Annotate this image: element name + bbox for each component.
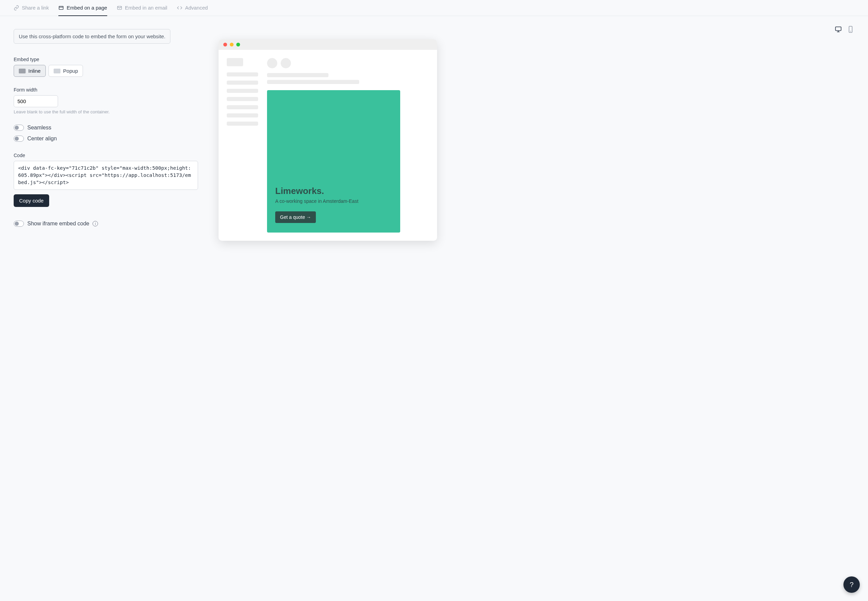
tab-label: Embed in an email <box>125 5 167 11</box>
preview-browser: Limeworks. A co-working space in Amsterd… <box>218 39 437 241</box>
form-width-hint: Leave blank to use the full width of the… <box>14 109 198 114</box>
skeleton <box>267 73 328 77</box>
seg-label: Popup <box>63 68 78 74</box>
seg-label: Inline <box>28 68 41 74</box>
skeleton <box>227 113 258 117</box>
tab-bar: Share a link Embed on a page Embed in an… <box>0 0 868 16</box>
mobile-icon <box>847 26 854 33</box>
preview-titlebar <box>218 39 437 50</box>
code-label: Code <box>14 153 198 158</box>
svg-rect-3 <box>836 27 841 31</box>
preview-cta-button[interactable]: Get a quote → <box>275 211 316 223</box>
center-align-label: Center align <box>27 136 57 142</box>
seamless-label: Seamless <box>27 125 51 131</box>
embed-type-label: Embed type <box>14 57 198 62</box>
skeleton <box>227 97 258 101</box>
window-minimize-dot <box>230 43 233 46</box>
preview-panel: Limeworks. A co-working space in Amsterd… <box>218 29 854 241</box>
tab-label: Share a link <box>22 5 49 11</box>
mail-icon <box>117 5 122 11</box>
show-iframe-toggle[interactable] <box>14 221 24 227</box>
tab-label: Advanced <box>185 5 208 11</box>
copy-code-button[interactable]: Copy code <box>14 194 49 207</box>
skeleton <box>227 58 243 66</box>
code-icon <box>177 5 182 11</box>
preview-page: Limeworks. A co-working space in Amsterd… <box>218 50 437 241</box>
desktop-preview-button[interactable] <box>834 26 842 34</box>
skeleton <box>227 81 258 85</box>
tab-advanced[interactable]: Advanced <box>177 5 208 16</box>
embed-type-inline[interactable]: Inline <box>14 65 46 77</box>
preview-embedded-form: Limeworks. A co-working space in Amsterd… <box>267 90 400 233</box>
skeleton <box>227 122 258 126</box>
form-width-input[interactable] <box>14 95 58 107</box>
popup-icon <box>53 69 60 73</box>
skeleton <box>267 80 359 84</box>
skeleton-avatar <box>281 58 291 68</box>
center-align-toggle[interactable] <box>14 136 24 142</box>
skeleton <box>227 72 258 76</box>
show-iframe-label: Show iframe embed code <box>27 221 89 227</box>
device-switch <box>834 26 854 34</box>
link-icon <box>14 5 19 11</box>
info-icon[interactable]: i <box>93 221 98 226</box>
skeleton <box>227 89 258 93</box>
preview-form-title: Limeworks. <box>275 186 392 196</box>
tab-embed-email[interactable]: Embed in an email <box>117 5 167 16</box>
svg-rect-0 <box>59 6 63 9</box>
mobile-preview-button[interactable] <box>847 26 854 34</box>
inline-icon <box>19 69 26 73</box>
tab-label: Embed on a page <box>67 5 107 11</box>
window-zoom-dot <box>236 43 240 46</box>
embed-type-group: Inline Popup <box>14 65 198 77</box>
preview-sidebar <box>227 58 258 233</box>
info-box: Use this cross-platform code to embed th… <box>14 29 170 44</box>
code-textarea[interactable] <box>14 161 198 190</box>
tab-share-link[interactable]: Share a link <box>14 5 49 16</box>
preview-form-subtitle: A co-working space in Amsterdam-East <box>275 198 392 204</box>
preview-main: Limeworks. A co-working space in Amsterd… <box>267 58 429 233</box>
settings-panel: Use this cross-platform code to embed th… <box>14 29 198 241</box>
skeleton-avatar <box>267 58 277 68</box>
browser-icon <box>58 5 64 11</box>
desktop-icon <box>834 26 842 33</box>
seamless-toggle[interactable] <box>14 125 24 131</box>
window-close-dot <box>223 43 227 46</box>
skeleton <box>227 105 258 109</box>
embed-type-popup[interactable]: Popup <box>49 65 83 77</box>
tab-embed-page[interactable]: Embed on a page <box>58 5 107 16</box>
form-width-label: Form width <box>14 87 198 93</box>
